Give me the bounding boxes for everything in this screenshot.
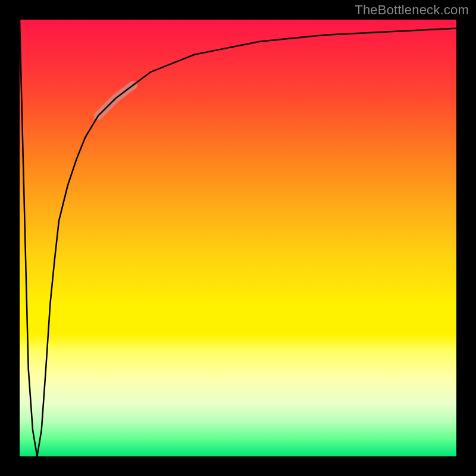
chart-svg [20,20,456,456]
bottleneck-curve [20,20,456,456]
attribution-text: TheBottleneck.com [355,2,469,18]
